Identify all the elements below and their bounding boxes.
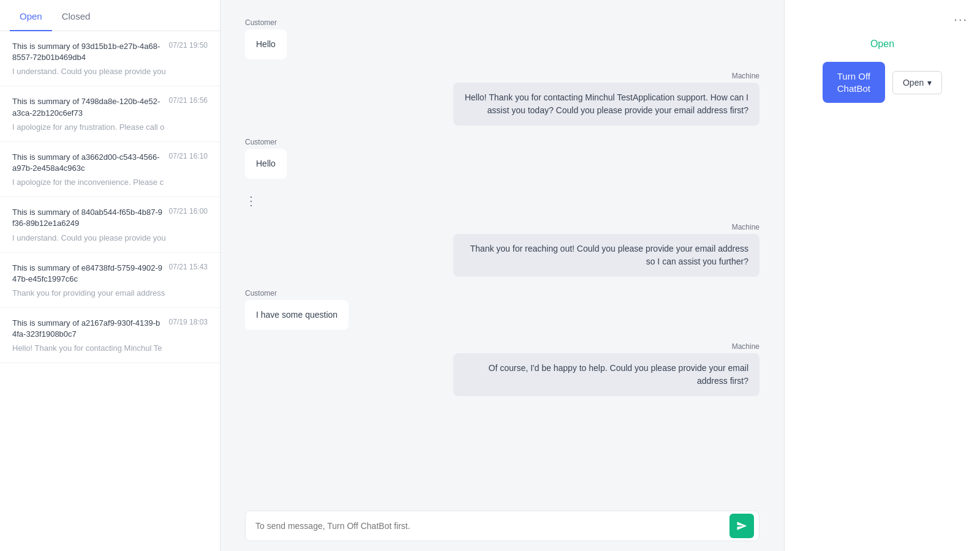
typing-indicator: ⋮ [245, 191, 258, 211]
message-sender: Customer [245, 18, 277, 27]
chat-main: Customer Hello Machine Hello! Thank you … [221, 0, 784, 551]
dropdown-label: Open [903, 78, 924, 88]
conv-time: 07/21 16:56 [169, 96, 208, 105]
turn-off-chatbot-button[interactable]: Turn OffChatBot [823, 62, 885, 103]
conversation-list: This is summary of 93d15b1b-e27b-4a68-85… [0, 31, 220, 551]
conversation-item[interactable]: This is summary of 840ab544-f65b-4b87-9f… [0, 197, 220, 252]
message-row: Customer I have some question [245, 289, 760, 330]
message-bubble: Of course, I'd be happy to help. Could y… [453, 353, 760, 396]
message-sender: Machine [732, 342, 760, 351]
sidebar-tabs: Open Closed [0, 0, 220, 31]
message-bubble: Thank you for reaching out! Could you pl… [453, 234, 760, 277]
conversation-item[interactable]: This is summary of 7498da8e-120b-4e52-a3… [0, 86, 220, 141]
panel-actions: Turn OffChatBot Open ▾ [797, 62, 968, 103]
message-row: Machine Hello! Thank you for contacting … [245, 72, 760, 126]
more-options-button[interactable]: ··· [954, 12, 968, 26]
conv-preview: Hello! Thank you for contacting Minchul … [12, 343, 208, 353]
conv-time: 07/19 18:03 [169, 318, 208, 326]
conversation-item[interactable]: This is summary of a3662d00-c543-4566-a9… [0, 142, 220, 197]
chat-input-area [221, 501, 784, 551]
message-sender: Machine [732, 72, 760, 80]
tab-closed[interactable]: Closed [52, 0, 100, 31]
message-bubble: Hello [245, 149, 287, 179]
status-dropdown[interactable]: Open ▾ [892, 71, 942, 94]
message-sender: Customer [245, 138, 277, 146]
conv-title: This is summary of e84738fd-5759-4902-94… [12, 263, 164, 285]
message-input[interactable] [255, 514, 729, 538]
conv-time: 07/21 16:00 [169, 207, 208, 216]
message-bubble: Hello [245, 29, 287, 59]
message-row: Customer Hello [245, 138, 760, 179]
message-bubble: Hello! Thank you for contacting Minchul … [453, 83, 760, 126]
message-bubble: I have some question [245, 300, 349, 330]
conv-title: This is summary of 93d15b1b-e27b-4a68-85… [12, 41, 164, 63]
message-sender: Machine [732, 223, 760, 231]
conversation-item[interactable]: This is summary of 93d15b1b-e27b-4a68-85… [0, 31, 220, 86]
conv-preview: I understand. Could you please provide y… [12, 233, 208, 242]
conv-title: This is summary of a3662d00-c543-4566-a9… [12, 152, 164, 174]
conv-time: 07/21 19:50 [169, 41, 208, 50]
conv-preview: I apologize for the inconvenience. Pleas… [12, 178, 208, 187]
message-row: ⋮ [245, 191, 760, 211]
conv-preview: I understand. Could you please provide y… [12, 67, 208, 76]
conv-preview: Thank you for providing your email addre… [12, 288, 208, 298]
chat-input-box [245, 511, 760, 541]
conversation-status: Open [797, 39, 968, 50]
conv-title: This is summary of 7498da8e-120b-4e52-a3… [12, 96, 164, 118]
tab-open[interactable]: Open [10, 0, 52, 31]
message-row: Machine Of course, I'd be happy to help.… [245, 342, 760, 396]
message-row: Machine Thank you for reaching out! Coul… [245, 223, 760, 277]
message-sender: Customer [245, 289, 277, 298]
conv-title: This is summary of a2167af9-930f-4139-b4… [12, 318, 164, 340]
conv-preview: I apologize for any frustration. Please … [12, 122, 208, 132]
message-row: Customer Hello [245, 18, 760, 59]
conv-time: 07/21 15:43 [169, 263, 208, 271]
send-button[interactable] [729, 514, 754, 538]
panel-header: ··· [797, 12, 968, 26]
conversation-item[interactable]: This is summary of a2167af9-930f-4139-b4… [0, 308, 220, 363]
conv-title: This is summary of 840ab544-f65b-4b87-9f… [12, 207, 164, 229]
conversation-item[interactable]: This is summary of e84738fd-5759-4902-94… [0, 253, 220, 308]
conv-time: 07/21 16:10 [169, 152, 208, 160]
chat-messages: Customer Hello Machine Hello! Thank you … [221, 0, 784, 501]
chevron-down-icon: ▾ [927, 78, 932, 88]
sidebar: Open Closed This is summary of 93d15b1b-… [0, 0, 221, 551]
right-panel: ··· Open Turn OffChatBot Open ▾ [784, 0, 980, 551]
